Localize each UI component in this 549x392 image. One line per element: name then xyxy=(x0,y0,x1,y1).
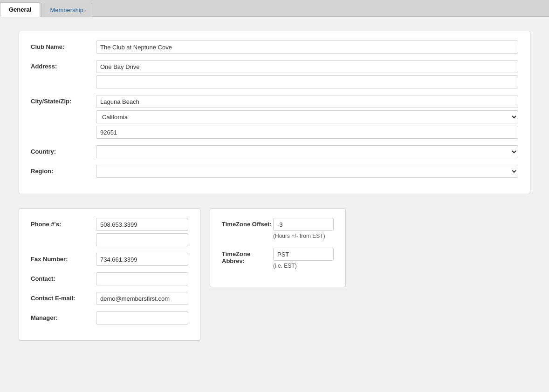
country-fields: United States Canada xyxy=(96,145,518,158)
email-fields xyxy=(96,292,188,305)
club-name-label: Club Name: xyxy=(31,41,96,50)
tz-offset-row: TimeZone Offset: (Hours +/- from EST) xyxy=(222,218,334,239)
tz-abbrev-input[interactable] xyxy=(273,248,334,261)
fax-row: Fax Number: xyxy=(31,253,188,266)
email-label: Contact E-mail: xyxy=(31,292,96,302)
address-fields xyxy=(96,60,518,88)
city-state-zip-fields: CaliforniaAlabamaAlaskaArizonaArkansasCo… xyxy=(96,95,518,139)
tz-abbrev-label: TimeZone Abbrev: xyxy=(222,248,273,264)
phone1-input[interactable] xyxy=(96,218,188,231)
contact-input[interactable] xyxy=(96,272,188,285)
region-label: Region: xyxy=(31,165,96,175)
phone-row: Phone #'s: xyxy=(31,218,188,246)
region-select[interactable] xyxy=(96,165,518,178)
tz-offset-input[interactable] xyxy=(273,218,334,231)
fax-label: Fax Number: xyxy=(31,253,96,263)
tz-offset-fields: (Hours +/- from EST) xyxy=(273,218,334,239)
address-label: Address: xyxy=(31,60,96,70)
page-content: Club Name: Address: City/State/Zip: Cali… xyxy=(0,17,549,355)
club-name-row: Club Name: xyxy=(31,41,518,54)
manager-label: Manager: xyxy=(31,311,96,321)
fax-input[interactable] xyxy=(96,253,188,266)
club-name-input[interactable] xyxy=(96,41,518,54)
tz-abbrev-hint: (i.e. EST) xyxy=(273,263,334,269)
manager-fields xyxy=(96,311,188,324)
country-row: Country: United States Canada xyxy=(31,145,518,158)
tz-offset-hint: (Hours +/- from EST) xyxy=(273,233,334,239)
address-line2-input[interactable] xyxy=(96,75,518,88)
address-line1-input[interactable] xyxy=(96,60,518,73)
phone-label: Phone #'s: xyxy=(31,218,96,228)
fax-fields xyxy=(96,253,188,266)
tz-abbrev-row: TimeZone Abbrev: (i.e. EST) xyxy=(222,248,334,269)
tab-membership[interactable]: Membership xyxy=(41,3,92,17)
city-state-zip-label: City/State/Zip: xyxy=(31,95,96,105)
address-panel: Club Name: Address: City/State/Zip: Cali… xyxy=(19,31,530,194)
state-select[interactable]: CaliforniaAlabamaAlaskaArizonaArkansasCo… xyxy=(96,110,518,123)
zip-input[interactable] xyxy=(96,126,518,139)
two-col-section: Phone #'s: Fax Number: Contact: xyxy=(19,208,530,341)
contact-row: Contact: xyxy=(31,272,188,285)
city-input[interactable] xyxy=(96,95,518,108)
country-select[interactable]: United States Canada xyxy=(96,145,518,158)
phone2-input[interactable] xyxy=(96,233,188,246)
contact-panel: Phone #'s: Fax Number: Contact: xyxy=(19,208,200,341)
tz-abbrev-fields: (i.e. EST) xyxy=(273,248,334,269)
email-row: Contact E-mail: xyxy=(31,292,188,305)
tz-offset-label: TimeZone Offset: xyxy=(222,218,273,228)
contact-label: Contact: xyxy=(31,272,96,282)
phone-fields xyxy=(96,218,188,246)
club-name-fields xyxy=(96,41,518,54)
contact-fields xyxy=(96,272,188,285)
timezone-panel: TimeZone Offset: (Hours +/- from EST) Ti… xyxy=(210,208,346,287)
address-row: Address: xyxy=(31,60,518,88)
region-row: Region: xyxy=(31,165,518,178)
email-input[interactable] xyxy=(96,292,188,305)
tabs-bar: General Membership xyxy=(0,0,549,17)
manager-input[interactable] xyxy=(96,311,188,324)
city-state-zip-row: City/State/Zip: CaliforniaAlabamaAlaskaA… xyxy=(31,95,518,139)
manager-row: Manager: xyxy=(31,311,188,324)
tab-general[interactable]: General xyxy=(0,2,40,17)
country-label: Country: xyxy=(31,145,96,155)
region-fields xyxy=(96,165,518,178)
